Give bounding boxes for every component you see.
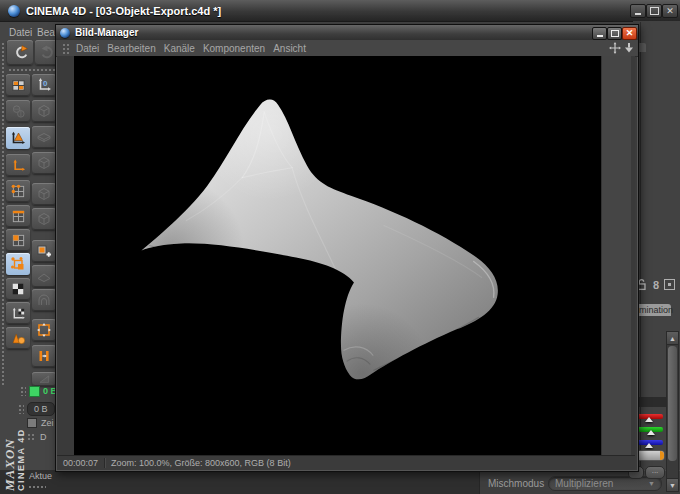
view-cube-button-4[interactable]	[32, 183, 56, 205]
bild-manager-window: Bild-Manager ✕ Datei Bearbeiten Kanäle K…	[55, 24, 639, 472]
bm-right-scroll-area[interactable]	[601, 56, 631, 455]
zeichnen-checkbox[interactable]	[27, 418, 37, 428]
app-logo-icon	[8, 5, 20, 17]
bottom-grip[interactable]	[28, 485, 46, 490]
bm-menu-grip[interactable]	[62, 43, 69, 54]
undo-button[interactable]	[7, 40, 33, 65]
zeichnen-label: Zei	[41, 418, 54, 428]
scrollbar-down-button[interactable]: ▼	[666, 478, 679, 492]
bm-status-bar: 00:00:07 Zoom: 100.0%, Größe: 800x600, R…	[57, 455, 635, 470]
bild-manager-menubar: Datei Bearbeiten Kanäle Komponenten Ansi…	[56, 40, 638, 57]
bm-menu-ansicht[interactable]: Ansicht	[273, 42, 314, 55]
bm-menu-bearbeiten[interactable]: Bearbeiten	[107, 42, 163, 55]
d-label: D	[40, 432, 47, 442]
polygons-mode-button[interactable]	[6, 229, 30, 251]
plane-tool-button[interactable]	[32, 265, 56, 287]
edges-mode-button[interactable]	[6, 205, 30, 227]
main-maximize-button[interactable]	[646, 4, 662, 18]
workplane-mode-button[interactable]	[6, 327, 30, 349]
mischmodus-value: Multiplizieren	[555, 478, 648, 489]
slope-tool-button[interactable]	[32, 372, 56, 386]
bm-status-info: Zoom: 100.0%, Größe: 800x600, RGB (8 Bit…	[105, 458, 297, 468]
bm-pan-icon[interactable]	[609, 42, 621, 54]
bild-manager-title-bar[interactable]: Bild-Manager	[56, 25, 638, 41]
blue-slider-handle[interactable]	[645, 443, 653, 448]
bm-download-icon[interactable]	[623, 42, 635, 54]
view-cube-button-5[interactable]	[32, 208, 56, 230]
bild-manager-logo-icon	[60, 28, 70, 38]
main-minimize-button[interactable]	[630, 4, 646, 18]
brand-line1: MAXON	[4, 405, 16, 491]
add-object-button[interactable]	[32, 240, 56, 262]
rendered-object	[74, 56, 601, 455]
main-title-bar[interactable]: CINEMA 4D - [03-Objekt-Export.c4d *]	[0, 0, 680, 22]
layout-manager-button[interactable]	[6, 74, 30, 96]
memory-indicator	[29, 386, 40, 397]
object-axis-mode-button[interactable]	[6, 154, 30, 176]
main-window-title: CINEMA 4D - [03-Objekt-Export.c4d *]	[26, 5, 221, 17]
main-close-button[interactable]: ✕	[662, 4, 678, 18]
grid-scale-button[interactable]	[32, 345, 56, 367]
value-bar-orange-tip	[660, 451, 664, 460]
aktuell-label: Aktue	[29, 471, 52, 481]
bm-menu-kanaele[interactable]: Kanäle	[164, 42, 203, 55]
memory-grip	[20, 386, 26, 396]
bm-maximize-button[interactable]	[607, 27, 622, 40]
main-menu-datei[interactable]: Datei	[5, 25, 36, 40]
bm-menu-komponenten[interactable]: Komponenten	[203, 42, 273, 55]
mischmodus-dropdown[interactable]: Multiplizieren ▼	[548, 476, 662, 491]
view-cube-button-2[interactable]	[32, 126, 56, 148]
view-cube-button-1[interactable]	[32, 100, 56, 122]
bm-image-viewport[interactable]	[74, 56, 601, 455]
grid-move-button[interactable]	[32, 319, 56, 341]
texture-mode-button[interactable]	[6, 253, 30, 275]
memory-field: 0 B	[34, 404, 48, 414]
bild-manager-title: Bild-Manager	[75, 27, 138, 38]
dropdown-chevron-icon: ▼	[648, 480, 655, 487]
view-cube-button-3[interactable]	[32, 152, 56, 174]
panel-button-more[interactable]: ...	[645, 466, 665, 479]
dot-square-icon[interactable]	[664, 279, 675, 290]
panel-scrollbar-thumb[interactable]	[668, 346, 677, 461]
snap-settings-button[interactable]	[6, 100, 30, 122]
uv-mode-button[interactable]	[6, 302, 30, 324]
coordinates-button[interactable]	[32, 74, 56, 96]
bm-status-time: 00:00:07	[57, 458, 105, 468]
toolbar-separator	[8, 68, 60, 72]
cinema4d-app: CINEMA 4D - [03-Objekt-Export.c4d *] ✕ D…	[0, 0, 680, 494]
arch-tool-button[interactable]	[32, 289, 56, 311]
points-mode-button[interactable]	[6, 180, 30, 202]
red-slider-handle[interactable]	[645, 417, 653, 422]
maxon-brand-logo: MAXON CINEMA 4D	[4, 405, 26, 491]
figure8-icon[interactable]: 8	[653, 279, 659, 291]
d-grip	[27, 433, 35, 441]
bm-menu-datei[interactable]: Datei	[76, 42, 107, 55]
bm-minimize-button[interactable]	[592, 27, 607, 40]
panel-scrollbar-up[interactable]: ▲	[666, 331, 679, 345]
illumination-tab[interactable]: mination	[636, 304, 671, 316]
bm-close-button[interactable]: ✕	[622, 27, 637, 40]
model-mode-button[interactable]	[6, 127, 30, 149]
texture-axis-mode-button[interactable]	[6, 278, 30, 300]
brand-line2: CINEMA 4D	[16, 405, 26, 491]
green-slider-handle[interactable]	[647, 430, 655, 435]
mischmodus-label: Mischmodus	[488, 478, 544, 489]
